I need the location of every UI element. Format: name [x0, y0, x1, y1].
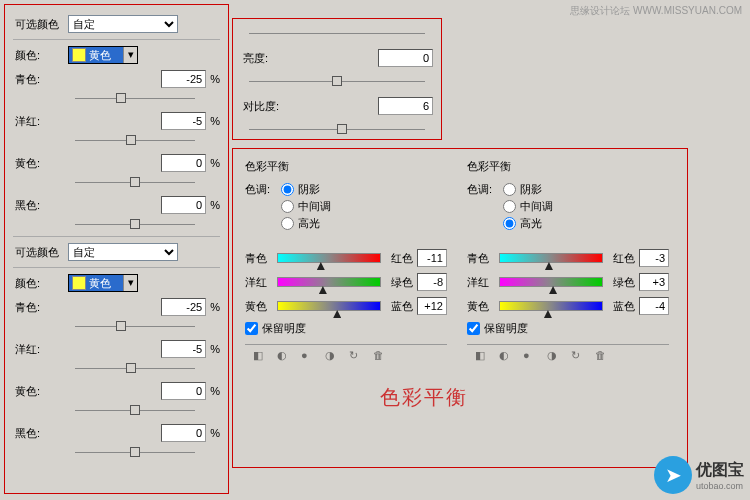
color-label: 颜色: [13, 48, 68, 63]
black-slider[interactable] [75, 218, 195, 232]
brightness-label: 亮度: [241, 51, 285, 66]
cyan-slider-2[interactable] [75, 320, 195, 334]
color-balance-container: 色彩平衡 色调: 阴影 中间调 高光 青色红色 洋红绿色 黄色蓝色 保留明度 ◧… [232, 148, 688, 468]
logo-url: utobao.com [696, 481, 744, 491]
cr-value-l[interactable] [417, 249, 447, 267]
brightness-contrast-panel: 亮度: 对比度: [232, 18, 442, 140]
selective-color-panel: 可选颜色 自定 颜色: 黄色 ▾ 青色:% 洋红:% 黄色:% 黑色:% 可选颜… [4, 4, 229, 494]
tool-icon[interactable]: ↻ [349, 349, 363, 363]
yb-value-r[interactable] [639, 297, 669, 315]
yb-slider-r[interactable] [499, 301, 603, 311]
tool-icon[interactable]: ◧ [253, 349, 267, 363]
contrast-input[interactable] [378, 97, 433, 115]
top-slider[interactable] [249, 27, 425, 41]
midtones-radio-l[interactable] [281, 200, 294, 213]
brightness-input[interactable] [378, 49, 433, 67]
dropdown-arrow-icon: ▾ [123, 47, 137, 63]
cyan-label: 青色: [13, 72, 68, 87]
tool-icon[interactable]: ● [523, 349, 537, 363]
black-input[interactable] [161, 196, 206, 214]
preserve-check-l[interactable] [245, 322, 258, 335]
color-balance-left: 色彩平衡 色调: 阴影 中间调 高光 青色红色 洋红绿色 黄色蓝色 保留明度 ◧… [237, 153, 455, 463]
shadows-radio-r[interactable] [503, 183, 516, 196]
magenta-label: 洋红: [13, 114, 68, 129]
overlay-caption: 色彩平衡 [380, 384, 468, 411]
tool-icon[interactable]: ◧ [475, 349, 489, 363]
color-label-2: 颜色: [13, 276, 68, 291]
tool-icon[interactable]: ◑ [325, 349, 339, 363]
cr-slider-l[interactable] [277, 253, 381, 263]
dropdown-arrow-icon-2: ▾ [123, 275, 137, 291]
yellow-input-2[interactable] [161, 382, 206, 400]
watermark-text: 思缘设计论坛 WWW.MISSYUAN.COM [570, 4, 742, 18]
percent-label: % [210, 73, 220, 85]
contrast-label: 对比度: [241, 99, 285, 114]
preset-label: 可选颜色 [13, 17, 68, 32]
tool-icon[interactable]: ◐ [277, 349, 291, 363]
color-swatch-icon-2 [72, 276, 86, 290]
black-input-2[interactable] [161, 424, 206, 442]
black-slider-2[interactable] [75, 446, 195, 460]
mg-value-l[interactable] [417, 273, 447, 291]
yellow-slider[interactable] [75, 176, 195, 190]
logo-name: 优图宝 [696, 460, 744, 481]
cyan-slider[interactable] [75, 92, 195, 106]
mg-slider-l[interactable] [277, 277, 381, 287]
cr-slider-r[interactable] [499, 253, 603, 263]
tool-icon[interactable]: ◐ [499, 349, 513, 363]
yb-slider-l[interactable] [277, 301, 381, 311]
highlights-radio-l[interactable] [281, 217, 294, 230]
color-dropdown-2[interactable]: 黄色 ▾ [68, 274, 138, 292]
color-swatch-icon [72, 48, 86, 62]
cyan-input-2[interactable] [161, 298, 206, 316]
cr-value-r[interactable] [639, 249, 669, 267]
logo-icon: ➤ [654, 456, 692, 494]
mg-slider-r[interactable] [499, 277, 603, 287]
trash-icon[interactable]: 🗑 [373, 349, 387, 363]
magenta-slider-2[interactable] [75, 362, 195, 376]
preserve-check-r[interactable] [467, 322, 480, 335]
tool-icon[interactable]: ◑ [547, 349, 561, 363]
tool-icon[interactable]: ↻ [571, 349, 585, 363]
cb-title-right: 色彩平衡 [467, 159, 669, 174]
magenta-slider[interactable] [75, 134, 195, 148]
cb-title-left: 色彩平衡 [245, 159, 447, 174]
highlights-radio-r[interactable] [503, 217, 516, 230]
tone-label: 色调: [245, 180, 281, 233]
yb-value-l[interactable] [417, 297, 447, 315]
magenta-input-2[interactable] [161, 340, 206, 358]
color-dropdown[interactable]: 黄色 ▾ [68, 46, 138, 64]
preset-select-2[interactable]: 自定 [68, 243, 178, 261]
contrast-slider[interactable] [249, 123, 425, 137]
toolbar-r: ◧ ◐ ● ◑ ↻ 🗑 [467, 344, 669, 367]
trash-icon[interactable]: 🗑 [595, 349, 609, 363]
yellow-slider-2[interactable] [75, 404, 195, 418]
tool-icon[interactable]: ● [301, 349, 315, 363]
midtones-radio-r[interactable] [503, 200, 516, 213]
preset-label-2: 可选颜色 [13, 245, 68, 260]
brightness-slider[interactable] [249, 75, 425, 89]
site-logo: ➤ 优图宝 utobao.com [654, 456, 744, 494]
yellow-input[interactable] [161, 154, 206, 172]
magenta-input[interactable] [161, 112, 206, 130]
tone-label-r: 色调: [467, 180, 503, 233]
black-label: 黑色: [13, 198, 68, 213]
color-balance-right: 色彩平衡 色调: 阴影 中间调 高光 青色红色 洋红绿色 黄色蓝色 保留明度 ◧… [459, 153, 677, 463]
shadows-radio-l[interactable] [281, 183, 294, 196]
toolbar-l: ◧ ◐ ● ◑ ↻ 🗑 [245, 344, 447, 367]
cyan-input[interactable] [161, 70, 206, 88]
mg-value-r[interactable] [639, 273, 669, 291]
yellow-label: 黄色: [13, 156, 68, 171]
preset-select[interactable]: 自定 [68, 15, 178, 33]
